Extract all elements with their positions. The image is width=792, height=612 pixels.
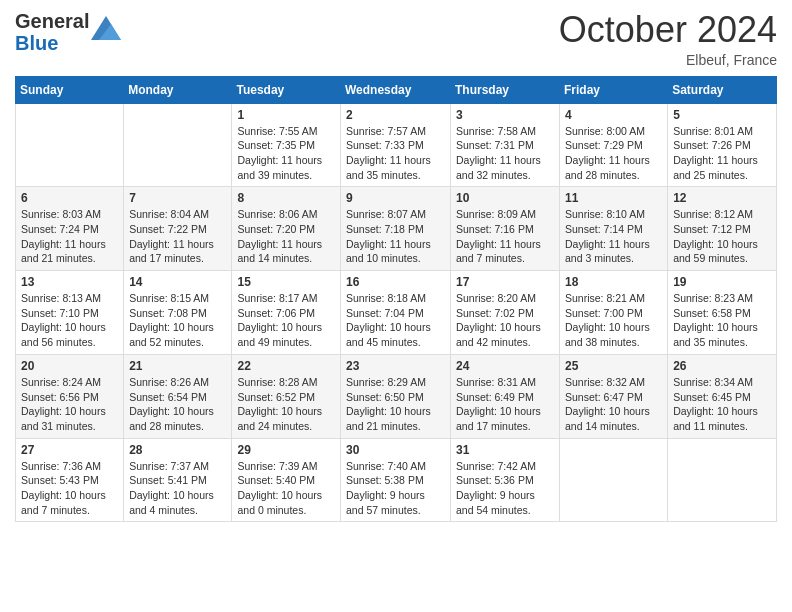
calendar-header-row: SundayMondayTuesdayWednesdayThursdayFrid… xyxy=(16,76,777,103)
month-title: October 2024 xyxy=(559,10,777,50)
calendar-cell xyxy=(560,438,668,522)
calendar-week-row: 27Sunrise: 7:36 AMSunset: 5:43 PMDayligh… xyxy=(16,438,777,522)
day-number: 31 xyxy=(456,443,554,457)
calendar-cell: 14Sunrise: 8:15 AMSunset: 7:08 PMDayligh… xyxy=(124,271,232,355)
header: General Blue October 2024 Elbeuf, France xyxy=(15,10,777,68)
day-number: 2 xyxy=(346,108,445,122)
day-info: Sunrise: 8:24 AMSunset: 6:56 PMDaylight:… xyxy=(21,375,118,434)
day-info: Sunrise: 7:37 AMSunset: 5:41 PMDaylight:… xyxy=(129,459,226,518)
day-info: Sunrise: 8:15 AMSunset: 7:08 PMDaylight:… xyxy=(129,291,226,350)
day-info: Sunrise: 8:12 AMSunset: 7:12 PMDaylight:… xyxy=(673,207,771,266)
day-info: Sunrise: 8:10 AMSunset: 7:14 PMDaylight:… xyxy=(565,207,662,266)
calendar-cell: 10Sunrise: 8:09 AMSunset: 7:16 PMDayligh… xyxy=(451,187,560,271)
day-info: Sunrise: 8:28 AMSunset: 6:52 PMDaylight:… xyxy=(237,375,335,434)
day-info: Sunrise: 7:57 AMSunset: 7:33 PMDaylight:… xyxy=(346,124,445,183)
day-number: 25 xyxy=(565,359,662,373)
day-info: Sunrise: 8:20 AMSunset: 7:02 PMDaylight:… xyxy=(456,291,554,350)
calendar-cell: 12Sunrise: 8:12 AMSunset: 7:12 PMDayligh… xyxy=(668,187,777,271)
day-number: 12 xyxy=(673,191,771,205)
calendar-cell: 15Sunrise: 8:17 AMSunset: 7:06 PMDayligh… xyxy=(232,271,341,355)
day-info: Sunrise: 7:36 AMSunset: 5:43 PMDaylight:… xyxy=(21,459,118,518)
day-info: Sunrise: 8:29 AMSunset: 6:50 PMDaylight:… xyxy=(346,375,445,434)
calendar-cell: 5Sunrise: 8:01 AMSunset: 7:26 PMDaylight… xyxy=(668,103,777,187)
day-number: 7 xyxy=(129,191,226,205)
calendar-cell: 7Sunrise: 8:04 AMSunset: 7:22 PMDaylight… xyxy=(124,187,232,271)
day-info: Sunrise: 8:34 AMSunset: 6:45 PMDaylight:… xyxy=(673,375,771,434)
day-number: 1 xyxy=(237,108,335,122)
calendar-cell: 4Sunrise: 8:00 AMSunset: 7:29 PMDaylight… xyxy=(560,103,668,187)
day-of-week-header: Saturday xyxy=(668,76,777,103)
day-number: 19 xyxy=(673,275,771,289)
calendar-table: SundayMondayTuesdayWednesdayThursdayFrid… xyxy=(15,76,777,523)
logo: General Blue xyxy=(15,10,121,54)
calendar-cell: 25Sunrise: 8:32 AMSunset: 6:47 PMDayligh… xyxy=(560,354,668,438)
day-info: Sunrise: 8:04 AMSunset: 7:22 PMDaylight:… xyxy=(129,207,226,266)
day-info: Sunrise: 8:26 AMSunset: 6:54 PMDaylight:… xyxy=(129,375,226,434)
calendar-week-row: 20Sunrise: 8:24 AMSunset: 6:56 PMDayligh… xyxy=(16,354,777,438)
day-info: Sunrise: 8:32 AMSunset: 6:47 PMDaylight:… xyxy=(565,375,662,434)
calendar-cell: 22Sunrise: 8:28 AMSunset: 6:52 PMDayligh… xyxy=(232,354,341,438)
day-number: 4 xyxy=(565,108,662,122)
day-number: 3 xyxy=(456,108,554,122)
day-number: 28 xyxy=(129,443,226,457)
day-info: Sunrise: 7:40 AMSunset: 5:38 PMDaylight:… xyxy=(346,459,445,518)
day-number: 20 xyxy=(21,359,118,373)
day-number: 11 xyxy=(565,191,662,205)
calendar-cell: 28Sunrise: 7:37 AMSunset: 5:41 PMDayligh… xyxy=(124,438,232,522)
day-info: Sunrise: 8:18 AMSunset: 7:04 PMDaylight:… xyxy=(346,291,445,350)
calendar-cell: 6Sunrise: 8:03 AMSunset: 7:24 PMDaylight… xyxy=(16,187,124,271)
day-info: Sunrise: 8:07 AMSunset: 7:18 PMDaylight:… xyxy=(346,207,445,266)
day-info: Sunrise: 7:58 AMSunset: 7:31 PMDaylight:… xyxy=(456,124,554,183)
day-number: 23 xyxy=(346,359,445,373)
calendar-cell: 13Sunrise: 8:13 AMSunset: 7:10 PMDayligh… xyxy=(16,271,124,355)
day-of-week-header: Thursday xyxy=(451,76,560,103)
calendar-week-row: 6Sunrise: 8:03 AMSunset: 7:24 PMDaylight… xyxy=(16,187,777,271)
calendar-cell: 26Sunrise: 8:34 AMSunset: 6:45 PMDayligh… xyxy=(668,354,777,438)
logo-general: General xyxy=(15,10,89,32)
day-number: 6 xyxy=(21,191,118,205)
day-info: Sunrise: 7:39 AMSunset: 5:40 PMDaylight:… xyxy=(237,459,335,518)
day-info: Sunrise: 8:01 AMSunset: 7:26 PMDaylight:… xyxy=(673,124,771,183)
calendar-cell: 17Sunrise: 8:20 AMSunset: 7:02 PMDayligh… xyxy=(451,271,560,355)
calendar-cell: 2Sunrise: 7:57 AMSunset: 7:33 PMDaylight… xyxy=(341,103,451,187)
calendar-cell: 21Sunrise: 8:26 AMSunset: 6:54 PMDayligh… xyxy=(124,354,232,438)
day-info: Sunrise: 8:21 AMSunset: 7:00 PMDaylight:… xyxy=(565,291,662,350)
calendar-cell: 11Sunrise: 8:10 AMSunset: 7:14 PMDayligh… xyxy=(560,187,668,271)
day-of-week-header: Sunday xyxy=(16,76,124,103)
day-number: 21 xyxy=(129,359,226,373)
day-info: Sunrise: 7:55 AMSunset: 7:35 PMDaylight:… xyxy=(237,124,335,183)
calendar-cell xyxy=(124,103,232,187)
day-number: 16 xyxy=(346,275,445,289)
day-number: 24 xyxy=(456,359,554,373)
day-of-week-header: Tuesday xyxy=(232,76,341,103)
day-number: 5 xyxy=(673,108,771,122)
calendar-cell: 31Sunrise: 7:42 AMSunset: 5:36 PMDayligh… xyxy=(451,438,560,522)
day-number: 30 xyxy=(346,443,445,457)
day-number: 10 xyxy=(456,191,554,205)
calendar-cell: 8Sunrise: 8:06 AMSunset: 7:20 PMDaylight… xyxy=(232,187,341,271)
calendar-cell: 9Sunrise: 8:07 AMSunset: 7:18 PMDaylight… xyxy=(341,187,451,271)
logo-blue: Blue xyxy=(15,32,58,54)
page: General Blue October 2024 Elbeuf, France… xyxy=(0,0,792,612)
calendar-cell: 29Sunrise: 7:39 AMSunset: 5:40 PMDayligh… xyxy=(232,438,341,522)
calendar-cell: 23Sunrise: 8:29 AMSunset: 6:50 PMDayligh… xyxy=(341,354,451,438)
day-info: Sunrise: 8:03 AMSunset: 7:24 PMDaylight:… xyxy=(21,207,118,266)
day-of-week-header: Monday xyxy=(124,76,232,103)
calendar-cell: 18Sunrise: 8:21 AMSunset: 7:00 PMDayligh… xyxy=(560,271,668,355)
day-info: Sunrise: 8:13 AMSunset: 7:10 PMDaylight:… xyxy=(21,291,118,350)
day-number: 17 xyxy=(456,275,554,289)
calendar-cell: 16Sunrise: 8:18 AMSunset: 7:04 PMDayligh… xyxy=(341,271,451,355)
day-number: 14 xyxy=(129,275,226,289)
calendar-cell: 20Sunrise: 8:24 AMSunset: 6:56 PMDayligh… xyxy=(16,354,124,438)
day-number: 22 xyxy=(237,359,335,373)
day-of-week-header: Wednesday xyxy=(341,76,451,103)
day-info: Sunrise: 8:09 AMSunset: 7:16 PMDaylight:… xyxy=(456,207,554,266)
day-number: 26 xyxy=(673,359,771,373)
calendar-cell: 3Sunrise: 7:58 AMSunset: 7:31 PMDaylight… xyxy=(451,103,560,187)
day-info: Sunrise: 8:31 AMSunset: 6:49 PMDaylight:… xyxy=(456,375,554,434)
day-number: 18 xyxy=(565,275,662,289)
calendar-cell xyxy=(16,103,124,187)
logo-icon xyxy=(91,16,121,40)
day-number: 29 xyxy=(237,443,335,457)
calendar-week-row: 1Sunrise: 7:55 AMSunset: 7:35 PMDaylight… xyxy=(16,103,777,187)
